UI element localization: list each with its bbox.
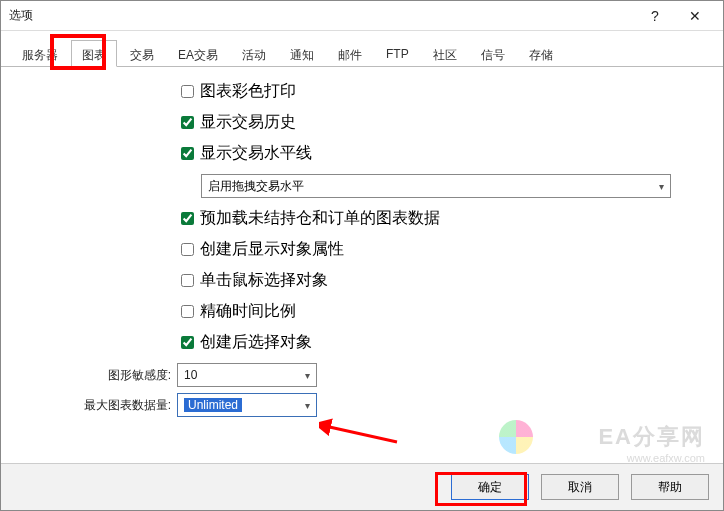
label-trade-history: 显示交易历史 [200, 112, 296, 133]
dialog-body: 图表彩色打印 显示交易历史 显示交易水平线 启用拖拽交易水平 ▾ 预加载未结持仓… [1, 67, 723, 463]
chevron-down-icon: ▾ [659, 181, 664, 192]
chevron-down-icon: ▾ [305, 400, 310, 411]
label-precise-time: 精确时间比例 [200, 301, 296, 322]
combo-maxdata[interactable]: Unlimited ▾ [177, 393, 317, 417]
tab-mail[interactable]: 邮件 [327, 40, 373, 67]
combo-sensitivity-value: 10 [184, 368, 197, 382]
checkbox-preload[interactable] [181, 212, 194, 225]
tab-chart[interactable]: 图表 [71, 40, 117, 67]
titlebar: 选项 ? ✕ [1, 1, 723, 31]
help-button[interactable]: 帮助 [631, 474, 709, 500]
label-obj-props: 创建后显示对象属性 [200, 239, 344, 260]
checkbox-single-click[interactable] [181, 274, 194, 287]
checkbox-trade-history[interactable] [181, 116, 194, 129]
label-preload: 预加载未结持仓和订单的图表数据 [200, 208, 440, 229]
tab-signal[interactable]: 信号 [470, 40, 516, 67]
checkbox-precise-time[interactable] [181, 305, 194, 318]
combo-drag-trade-levels[interactable]: 启用拖拽交易水平 ▾ [201, 174, 671, 198]
tab-community[interactable]: 社区 [422, 40, 468, 67]
checkbox-select-after[interactable] [181, 336, 194, 349]
combo-maxdata-value: Unlimited [184, 398, 242, 412]
ok-button[interactable]: 确定 [451, 474, 529, 500]
tab-trade[interactable]: 交易 [119, 40, 165, 67]
options-dialog: 选项 ? ✕ 服务器 图表 交易 EA交易 活动 通知 邮件 FTP 社区 信号… [0, 0, 724, 511]
checkbox-trade-levels[interactable] [181, 147, 194, 160]
tab-notify[interactable]: 通知 [279, 40, 325, 67]
close-icon[interactable]: ✕ [675, 1, 715, 31]
tab-server[interactable]: 服务器 [11, 40, 69, 67]
tab-ea[interactable]: EA交易 [167, 40, 229, 67]
combo-sensitivity[interactable]: 10 ▾ [177, 363, 317, 387]
chevron-down-icon: ▾ [305, 370, 310, 381]
cancel-button[interactable]: 取消 [541, 474, 619, 500]
label-trade-levels: 显示交易水平线 [200, 143, 312, 164]
tab-strip: 服务器 图表 交易 EA交易 活动 通知 邮件 FTP 社区 信号 存储 [1, 31, 723, 67]
checkbox-obj-props[interactable] [181, 243, 194, 256]
window-title: 选项 [9, 7, 635, 24]
tab-activity[interactable]: 活动 [231, 40, 277, 67]
label-sensitivity: 图形敏感度: [31, 367, 171, 384]
help-icon[interactable]: ? [635, 1, 675, 31]
combo-drag-value: 启用拖拽交易水平 [208, 178, 304, 195]
checkbox-color-print[interactable] [181, 85, 194, 98]
tab-storage[interactable]: 存储 [518, 40, 564, 67]
label-select-after: 创建后选择对象 [200, 332, 312, 353]
label-color-print: 图表彩色打印 [200, 81, 296, 102]
dialog-footer: 确定 取消 帮助 [1, 463, 723, 510]
tab-ftp[interactable]: FTP [375, 40, 420, 67]
label-maxdata: 最大图表数据量: [31, 397, 171, 414]
label-single-click: 单击鼠标选择对象 [200, 270, 328, 291]
